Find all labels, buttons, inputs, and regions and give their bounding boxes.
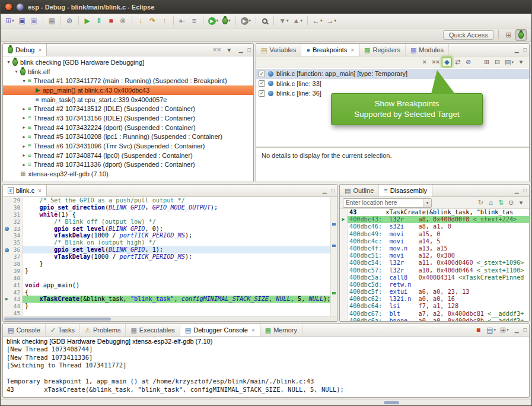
code-text[interactable]: /* Blink on (output high) */: [23, 239, 330, 246]
tree-item-thread-1-1073411772-main-running-suspended[interactable]: ▾≡Thread #1 1073411772 (main : Running) …: [3, 76, 253, 85]
code-text[interactable]: }: [23, 268, 330, 275]
line-number[interactable]: 42: [11, 289, 23, 296]
console-tab-console[interactable]: ▤Console: [3, 324, 46, 336]
code-text[interactable]: void app_main(): [23, 282, 330, 289]
maximize-button[interactable]: □: [521, 44, 529, 56]
disassembly-row[interactable]: 400dbc67: blt a7, a2, 0x400dbc81 <__addd…: [340, 310, 529, 318]
line-number[interactable]: 43: [11, 296, 23, 303]
ruler-marker-area[interactable]: [3, 289, 11, 296]
tree-item-blink-checking-gdb-hardware-debugging[interactable]: ▾blink checking [GDB Hardware Debugging]: [3, 58, 253, 67]
disassembly-row[interactable]: 400dbc54: l32r a11, 0x400d0460 <_stext+1…: [340, 259, 529, 267]
close-icon[interactable]: ×: [38, 188, 42, 194]
step-into-icon[interactable]: ↓: [135, 15, 146, 27]
disassembly-row[interactable]: 400dbc5a: call8 0x40084314 <xTaskCreateP…: [340, 274, 529, 281]
tree-item-thread-7-1073408744-ipc0-suspended-contain[interactable]: ▸≡Thread #7 1073408744 (ipc0) (Suspended…: [3, 151, 253, 160]
expander-icon[interactable]: ▸: [21, 134, 27, 139]
debug-perspective-icon[interactable]: [515, 29, 527, 41]
ruler-marker-area[interactable]: [3, 268, 11, 275]
expand-all-icon[interactable]: ⊞: [482, 57, 492, 67]
close-icon[interactable]: ×: [38, 47, 42, 53]
ruler-marker-area[interactable]: [3, 310, 11, 316]
disassembly-row[interactable]: ▶400dbc43: l32r a8, 0x400d00f8 <_stext+2…: [340, 216, 529, 223]
line-number[interactable]: 38: [11, 261, 23, 268]
tree-item-app-main-at-blink-c-43-0x400dbc43[interactable]: ▶app_main() at blink.c:43 0x400dbc43: [3, 85, 253, 95]
line-number[interactable]: 35: [11, 239, 23, 246]
disassembly-row[interactable]: 400dbc51: movi a12, 0x300: [340, 252, 529, 259]
tree-item-thread-6-1073431096-tmr-svc-suspended-cont[interactable]: ▸≡Thread #6 1073431096 (Tmr Svc) (Suspen…: [3, 141, 253, 151]
show-supported-breakpoints-icon[interactable]: ◆: [442, 57, 452, 67]
disassembly-row[interactable]: 400dbc46: s32i a8, a1, 0: [340, 223, 529, 230]
breakpoint-checkbox[interactable]: ✓: [259, 71, 265, 77]
group-by-icon[interactable]: ▤▾: [503, 57, 515, 67]
remove-selected-breakpoints-icon[interactable]: ×: [419, 57, 429, 67]
code-text[interactable]: while(1) {: [23, 211, 330, 218]
debug-tab-debug[interactable]: Debug×: [3, 44, 47, 56]
step-over-icon[interactable]: ↷: [147, 15, 158, 27]
disassembly-row[interactable]: 400dbc5d: retw.n: [340, 281, 529, 288]
suspend-icon[interactable]: ‖: [94, 15, 105, 27]
console-tab-problems[interactable]: ⚠Problems: [80, 324, 126, 336]
expander-icon[interactable]: ▸: [21, 144, 27, 149]
breakpoint-marker[interactable]: [3, 246, 11, 253]
breakpoint-item-1[interactable]: ✓blink.c [function: app_main] [type: Tem…: [256, 69, 529, 79]
expander-icon[interactable]: ▾: [13, 69, 20, 74]
line-number[interactable]: 39: [11, 268, 23, 275]
remove-all-breakpoints-icon[interactable]: ××: [430, 57, 441, 67]
line-number[interactable]: 31: [11, 211, 23, 218]
editor-tab-blink-c[interactable]: cblink.c×: [3, 185, 47, 196]
tree-item-blink-elf[interactable]: ▾blink.elf: [3, 67, 253, 77]
display-selected-console-icon[interactable]: ▤▾: [485, 324, 498, 336]
resume-icon[interactable]: ▶: [82, 15, 93, 27]
external-tools-icon[interactable]: ▶▾: [239, 15, 253, 27]
tree-item-main-task-at-cpu-start-c-339-0x400d057e[interactable]: ≡main_task() at cpu_start.c:339 0x400d05…: [3, 95, 253, 104]
right-tab-variables[interactable]: ▤Variables: [256, 44, 301, 56]
window-close-button[interactable]: [5, 3, 12, 11]
ruler-marker-area[interactable]: [3, 261, 11, 268]
code-area[interactable]: 29 /* Set the GPIO as a push/pull output…: [3, 197, 330, 316]
disassembly-row[interactable]: 400dbc57: l32r a10, 0x400d0464 <_stext+1…: [340, 267, 529, 274]
track-expression-icon[interactable]: ⊙: [506, 198, 516, 208]
tree-item-thread-8-1073411336-dport-suspended-contai[interactable]: ▸≡Thread #8 1073411336 (dport) (Suspende…: [3, 160, 253, 170]
code-text[interactable]: gpio_set_level(BLINK_GPIO, 1);: [23, 246, 330, 253]
new-wizard-icon[interactable]: ⊞▾: [4, 15, 16, 27]
right-tab-registers[interactable]: ▦Registers: [359, 44, 406, 56]
skip-all-breakpoints-icon[interactable]: ⊘: [463, 57, 473, 67]
link-with-debug-view-icon[interactable]: ⇄: [453, 57, 463, 67]
previous-annotation-icon[interactable]: ▲▾: [291, 15, 304, 27]
drop-to-frame-icon[interactable]: ⇤: [177, 15, 188, 27]
disconnect-icon[interactable]: ⊗: [117, 15, 129, 27]
ruler-marker-area[interactable]: [3, 204, 11, 211]
ruler-marker-area[interactable]: [3, 239, 11, 246]
run-icon[interactable]: ▶▾: [206, 15, 221, 27]
console-tab-memory[interactable]: ▦Memory: [260, 324, 302, 336]
code-text[interactable]: [23, 310, 330, 316]
location-input[interactable]: Enter location here ▾: [343, 198, 432, 208]
save-icon[interactable]: ▣: [17, 15, 28, 27]
expander-icon[interactable]: ▾: [21, 78, 27, 84]
close-icon[interactable]: ×: [251, 327, 255, 334]
search-icon[interactable]: [259, 15, 270, 27]
console-output[interactable]: [New Thread 1073408744][New Thread 10734…: [3, 345, 529, 397]
build-icon[interactable]: ▦: [46, 15, 58, 27]
ruler-marker-area[interactable]: [3, 275, 11, 282]
instruction-pointer-marker[interactable]: ▶: [3, 296, 11, 303]
minimize-button[interactable]: ▁: [237, 44, 246, 56]
expander-icon[interactable]: ▾: [5, 59, 12, 65]
code-text[interactable]: xTaskCreate(&blink_task, "blink_task", c…: [23, 296, 330, 303]
minimize-button[interactable]: ▁: [512, 44, 521, 56]
tree-item-thread-5-1073410208-ipc1-running-suspended[interactable]: ▸≡Thread #5 1073410208 (ipc1 : Running) …: [3, 132, 253, 142]
tree-item-thread-4-1073432224-dport-suspended-contai[interactable]: ▸≡Thread #4 1073432224 (dport) (Suspende…: [3, 123, 253, 132]
overview-ruler[interactable]: [330, 197, 337, 316]
breakpoint-marker[interactable]: [3, 226, 11, 233]
code-text[interactable]: [23, 275, 330, 282]
line-number[interactable]: 29: [11, 197, 23, 204]
code-text[interactable]: gpio_set_level(BLINK_GPIO, 0);: [23, 226, 330, 233]
outline-tab-disassembly[interactable]: ≡Disassembly: [379, 185, 432, 196]
location-dropdown-button[interactable]: ▾: [423, 199, 431, 207]
horizontal-scrollbar[interactable]: [3, 316, 337, 321]
ruler-marker-area[interactable]: [3, 232, 11, 239]
code-text[interactable]: gpio_set_direction(BLINK_GPIO, GPIO_MODE…: [23, 204, 330, 211]
expander-icon[interactable]: ▸: [21, 125, 27, 130]
ruler-marker-area[interactable]: [3, 303, 11, 310]
line-number[interactable]: 30: [11, 204, 23, 211]
